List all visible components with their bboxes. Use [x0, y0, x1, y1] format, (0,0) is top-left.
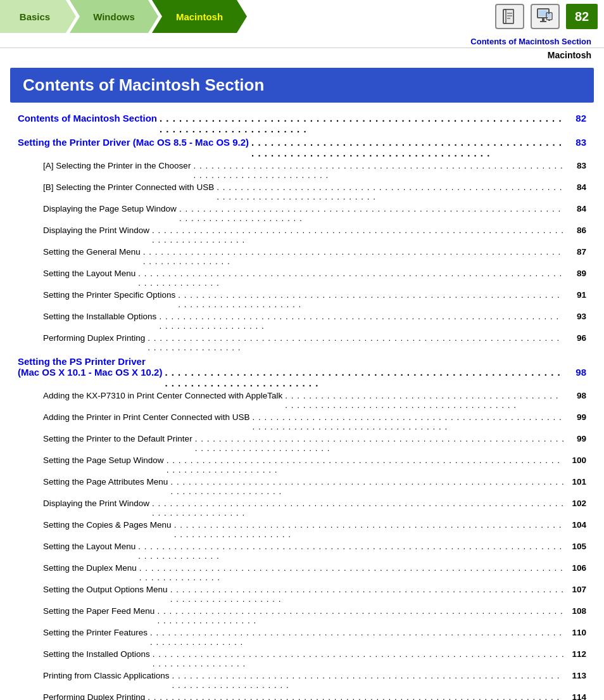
tab-macintosh[interactable]: Macintosh	[152, 0, 247, 33]
toc-entry: Setting the Paper Feed Menu108	[18, 606, 586, 625]
toc-entry: Setting the Page Attributes Menu101	[18, 477, 586, 496]
toc-entry: Setting the Installed Options112	[18, 649, 586, 668]
toc-entry: Setting the Copies & Pages Menu104	[18, 520, 586, 539]
toc-entry: Setting the Layout Menu105	[18, 542, 586, 561]
tab-basics[interactable]: Basics	[0, 0, 76, 33]
svg-rect-11	[548, 20, 550, 21]
tab-windows-label: Windows	[93, 11, 135, 22]
toc-entry: Setting the General Menu87	[18, 247, 586, 266]
page-number: 82	[566, 4, 598, 29]
toc-entry: Adding the Printer in Print Center Conne…	[18, 412, 586, 431]
toc-entry[interactable]: Setting the Printer Driver (Mac OS 8.5 -…	[18, 137, 586, 158]
book-icon[interactable]	[495, 4, 524, 29]
toc-entry: Setting the Installable Options93	[18, 312, 586, 331]
toc-entry: [A] Selecting the Printer in the Chooser…	[18, 161, 586, 180]
toc-entry: Setting the Output Options Menu107	[18, 585, 586, 604]
section-label: Macintosh	[0, 48, 604, 63]
toc-entry: Displaying the Print Window86	[18, 226, 586, 245]
toc-entry: Setting the Duplex Menu106	[18, 563, 586, 582]
toc-entry: Displaying the Print Window102	[18, 499, 586, 518]
toc-container: Contents of Macintosh Section82Setting t…	[0, 113, 604, 700]
main-title: Contents of Macintosh Section	[23, 75, 264, 94]
svg-rect-8	[540, 21, 546, 22]
toc-entry: Performing Duplex Printing96	[18, 333, 586, 352]
toc-entry[interactable]: Contents of Macintosh Section82	[18, 113, 586, 134]
tab-windows[interactable]: Windows	[70, 0, 158, 33]
toc-entry: Displaying the Page Setup Window84	[18, 204, 586, 223]
toc-entry: Performing Duplex Printing114	[18, 692, 586, 700]
svg-rect-10	[548, 14, 551, 18]
tab-basics-label: Basics	[20, 11, 50, 22]
monitor-icon[interactable]	[531, 4, 560, 29]
nav-tabs: Basics Windows Macintosh	[0, 0, 604, 33]
toc-entry[interactable]: Setting the PS Printer Driver(Mac OS X 1…	[18, 356, 586, 388]
toc-entry: Setting the Page Setup Window100	[18, 455, 586, 474]
toc-entry: Setting the Layout Menu89	[18, 269, 586, 288]
toc-entry: Setting the Printer to the Default Print…	[18, 434, 586, 453]
toc-entry: Setting the Printer Specific Options91	[18, 290, 586, 309]
toc-entry: Adding the KX-P7310 in Print Center Conn…	[18, 391, 586, 410]
svg-rect-1	[506, 10, 513, 23]
main-title-banner: Contents of Macintosh Section	[10, 68, 594, 103]
toc-entry: Setting the Printer Features110	[18, 628, 586, 647]
nav-icons: 82	[495, 0, 604, 33]
toc-entry: [B] Selecting the Printer Connected with…	[18, 182, 586, 201]
breadcrumb: Contents of Macintosh Section	[0, 33, 604, 48]
svg-rect-7	[542, 18, 544, 21]
toc-entry: Printing from Classic Applications113	[18, 671, 586, 690]
tab-macintosh-label: Macintosh	[176, 11, 223, 22]
